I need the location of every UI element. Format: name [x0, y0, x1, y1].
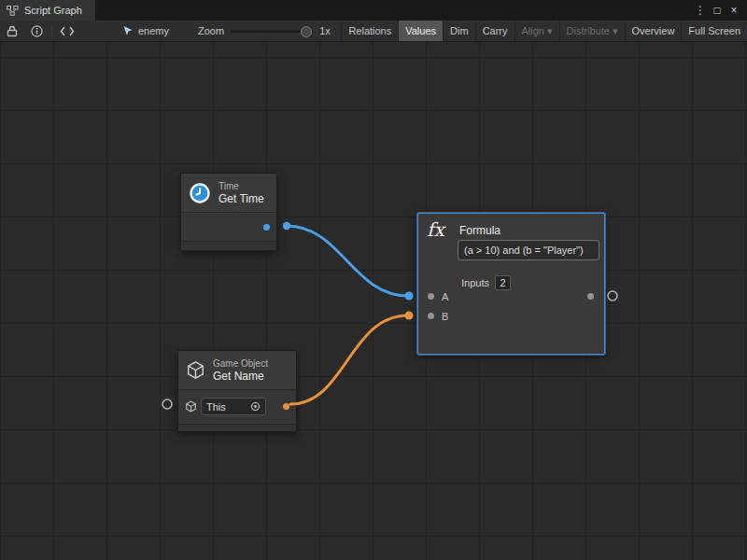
inputs-count-field[interactable]: 2: [495, 275, 511, 290]
dim-button[interactable]: Dim: [443, 21, 475, 41]
titlebar: Script Graph ⋮ □ ×: [0, 0, 747, 21]
port-b-label: B: [442, 311, 448, 322]
get-time-footer: [181, 241, 276, 250]
node-get-name[interactable]: Game Object Get Name This: [177, 350, 297, 432]
formula-input-a-edge-port[interactable]: [405, 292, 414, 301]
graph-pointer-icon: [122, 25, 134, 36]
toolbar-buttons: Relations Values Dim Carry Align ▾ Distr…: [341, 21, 747, 41]
get-name-body: This: [178, 389, 296, 424]
node-title: Get Name: [213, 370, 268, 383]
graph-canvas[interactable]: Time Get Time Game Object Get Name: [0, 42, 747, 560]
toolbar-separator: [51, 25, 52, 37]
formula-input-b-edge-port[interactable]: [405, 312, 414, 320]
get-name-input-outer-port[interactable]: [162, 399, 172, 409]
formula-input-a-port[interactable]: [428, 293, 434, 300]
object-picker-icon[interactable]: [250, 401, 261, 412]
values-button[interactable]: Values: [398, 21, 443, 41]
align-dropdown-button[interactable]: Align ▾: [514, 21, 559, 41]
info-icon[interactable]: [24, 21, 49, 41]
overview-button[interactable]: Overview: [625, 21, 682, 41]
node-category: Time: [218, 181, 264, 192]
toolbar: enemy Zoom 1x Relations Values Dim Carry…: [0, 21, 747, 42]
formula-output-port[interactable]: [587, 293, 594, 300]
get-name-footer: [178, 424, 296, 431]
port-a-label: A: [442, 291, 448, 302]
script-graph-icon: [7, 6, 19, 16]
window-menu-button[interactable]: ⋮: [692, 0, 709, 21]
formula-expression-input[interactable]: (a > 10) and (b = "Player"): [458, 240, 599, 260]
get-time-output-port[interactable]: [263, 224, 270, 231]
close-button[interactable]: ×: [726, 0, 742, 21]
cube-icon: [185, 400, 197, 413]
node-formula[interactable]: fx Formula (a > 10) and (b = "Player") I…: [417, 213, 605, 355]
clock-icon: [189, 182, 211, 204]
wire-gettime-to-formula-a: [287, 226, 408, 296]
zoom-label: Zoom: [198, 25, 224, 36]
formula-input-b-port[interactable]: [428, 313, 434, 319]
wire-endpoint-dot[interactable]: [283, 222, 290, 230]
get-time-body: [181, 212, 276, 241]
chevron-down-icon: ▾: [547, 25, 553, 37]
inputs-label: Inputs: [461, 277, 489, 288]
carry-button[interactable]: Carry: [475, 21, 514, 41]
relations-button[interactable]: Relations: [341, 21, 398, 41]
wire-getname-to-formula-b: [290, 315, 408, 404]
node-get-time[interactable]: Time Get Time: [180, 173, 277, 251]
node-category: Game Object: [213, 358, 268, 370]
script-graph-window: Script Graph ⋮ □ ×: [0, 0, 747, 560]
lock-icon[interactable]: [0, 21, 24, 41]
maximize-button[interactable]: □: [709, 0, 726, 21]
formula-output-outer-port[interactable]: [608, 291, 617, 301]
wires-layer: [0, 42, 747, 560]
get-name-output-port[interactable]: [283, 403, 289, 410]
get-name-header: Game Object Get Name: [178, 351, 296, 389]
titlebar-spacer: [95, 0, 692, 21]
target-object-value: This: [206, 401, 226, 413]
zoom-slider[interactable]: [231, 30, 313, 33]
tab-script-graph[interactable]: Script Graph: [0, 0, 95, 21]
tab-label: Script Graph: [24, 5, 82, 16]
window-controls: ⋮ □ ×: [692, 0, 747, 21]
graph-name: enemy: [138, 25, 169, 36]
full-screen-button[interactable]: Full Screen: [681, 21, 747, 41]
cube-icon: [186, 360, 205, 380]
node-title: Formula: [459, 224, 500, 237]
graph-reference-field[interactable]: enemy: [117, 25, 175, 36]
zoom-slider-knob[interactable]: [301, 26, 312, 37]
distribute-dropdown-button[interactable]: Distribute ▾: [559, 21, 625, 41]
zoom-value: 1x: [319, 25, 331, 36]
node-title: Get Time: [218, 192, 264, 205]
code-icon[interactable]: [55, 21, 79, 41]
chevron-down-icon: ▾: [613, 25, 618, 37]
target-object-field[interactable]: This: [201, 398, 266, 415]
get-time-header: Time Get Time: [181, 174, 276, 212]
formula-fx-icon: fx: [427, 218, 444, 241]
